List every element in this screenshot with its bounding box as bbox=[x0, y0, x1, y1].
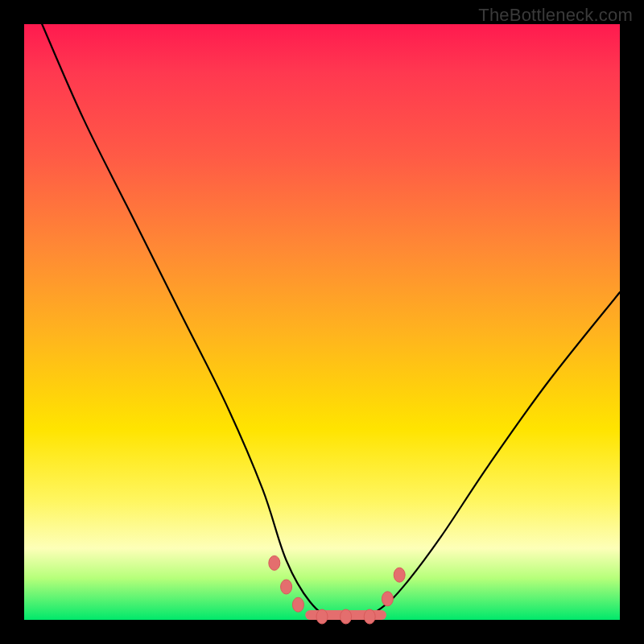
curve-marker bbox=[394, 568, 405, 582]
curve-marker bbox=[382, 592, 393, 606]
chart-frame: TheBottleneck.com bbox=[0, 0, 644, 644]
curve-marker bbox=[281, 580, 292, 594]
curve-svg bbox=[24, 24, 620, 620]
curve-marker bbox=[269, 555, 280, 570]
curve-marker bbox=[364, 609, 375, 624]
watermark-label: TheBottleneck.com bbox=[478, 5, 633, 26]
bottleneck-curve bbox=[42, 24, 620, 622]
curve-marker bbox=[292, 597, 303, 612]
plot-area bbox=[24, 24, 620, 620]
curve-marker bbox=[341, 609, 352, 624]
curve-marker bbox=[316, 609, 328, 624]
